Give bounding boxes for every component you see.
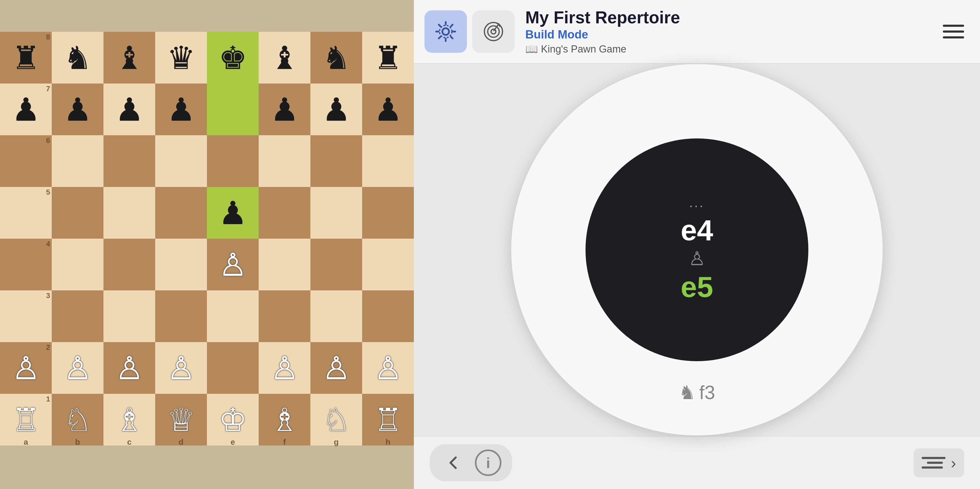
outer-move-f3[interactable]: ♞ f3 (679, 381, 715, 403)
square-b6[interactable] (52, 135, 103, 187)
square-c3[interactable] (103, 291, 155, 342)
piece-black-knight-g8: ♞ (322, 42, 351, 74)
menu-button[interactable] (937, 18, 969, 45)
square-b5[interactable] (52, 187, 103, 239)
square-f2[interactable]: ♙ (259, 342, 310, 394)
square-g2[interactable]: ♙ (310, 342, 362, 394)
square-g4[interactable] (310, 239, 362, 291)
piece-black-pawn-a7: ♟ (12, 94, 40, 125)
piece-black-rook-h8: ♜ (374, 42, 402, 74)
square-f5[interactable] (259, 187, 310, 239)
square-d3[interactable] (155, 291, 207, 342)
square-h6[interactable] (362, 135, 414, 187)
piece-white-pawn-c2: ♙ (115, 352, 144, 384)
square-b8[interactable]: ♞ (52, 32, 103, 84)
square-d6[interactable] (155, 135, 207, 187)
square-c8[interactable]: ♝ (103, 32, 155, 84)
square-h5[interactable] (362, 187, 414, 239)
expand-button[interactable]: › (914, 448, 964, 477)
square-a2[interactable]: 2 ♙ (0, 342, 52, 394)
response-move-label: e5 (681, 272, 713, 302)
square-g8[interactable]: ♞ (310, 32, 362, 84)
expand-line-1 (922, 457, 945, 459)
square-e2[interactable] (207, 342, 259, 394)
donut-outer-ring[interactable]: ··· e4 ♙ e5 ♞ f3 (511, 64, 883, 435)
piece-white-rook-a1: ♖ (12, 404, 40, 436)
square-h3[interactable] (362, 291, 414, 342)
square-e4[interactable]: ♙ (207, 239, 259, 291)
square-h2[interactable]: ♙ (362, 342, 414, 394)
square-d5[interactable] (155, 187, 207, 239)
square-d4[interactable] (155, 239, 207, 291)
square-h8[interactable]: ♜ (362, 32, 414, 84)
square-c7[interactable]: ♟ (103, 84, 155, 135)
square-f3[interactable] (259, 291, 310, 342)
square-c6[interactable] (103, 135, 155, 187)
info-icon: i (486, 454, 490, 472)
piece-white-pawn-b2: ♙ (64, 352, 92, 384)
square-a6[interactable]: 6 (0, 135, 52, 187)
info-button[interactable]: i (475, 449, 501, 476)
square-g6[interactable] (310, 135, 362, 187)
svg-point-3 (488, 26, 499, 37)
move-dots: ··· (689, 198, 705, 213)
square-h4[interactable] (362, 239, 414, 291)
square-g5[interactable] (310, 187, 362, 239)
square-b4[interactable] (52, 239, 103, 291)
piece-black-knight-b8: ♞ (64, 42, 92, 74)
piece-black-pawn-d7: ♟ (167, 94, 196, 125)
square-f7[interactable]: ♟ (259, 84, 310, 135)
footer: i › (414, 436, 980, 489)
square-e3[interactable] (207, 291, 259, 342)
square-f6[interactable] (259, 135, 310, 187)
svg-point-0 (442, 28, 449, 35)
square-f8[interactable]: ♝ (259, 32, 310, 84)
square-e7[interactable] (207, 84, 259, 135)
chess-board[interactable]: 8 ♜ ♞ ♝ ♛ ♚ ♝ ♞ ♜ 7 (0, 32, 414, 446)
square-b2[interactable]: ♙ (52, 342, 103, 394)
piece-white-bishop-c1: ♗ (115, 404, 144, 436)
square-c4[interactable] (103, 239, 155, 291)
square-d2[interactable]: ♙ (155, 342, 207, 394)
square-b3[interactable] (52, 291, 103, 342)
nav-back-info-group: i (430, 444, 512, 481)
square-a3[interactable]: 3 (0, 291, 52, 342)
square-e6[interactable] (207, 135, 259, 187)
piece-black-bishop-c8: ♝ (115, 42, 144, 74)
back-button[interactable] (441, 449, 467, 476)
square-e5[interactable]: ♟ (207, 187, 259, 239)
expand-line-3 (922, 467, 943, 468)
main-content: ··· e4 ♙ e5 ♞ f3 (414, 64, 980, 436)
file-d: d (155, 438, 207, 448)
square-c5[interactable] (103, 187, 155, 239)
opening-name: 📖 King's Pawn Game (525, 43, 937, 55)
knight-icon: ♞ (679, 381, 696, 403)
file-g: g (310, 438, 362, 448)
square-g3[interactable] (310, 291, 362, 342)
square-e8[interactable]: ♚ (207, 32, 259, 84)
piece-white-pawn-g2: ♙ (322, 352, 351, 384)
donut-inner-circle[interactable]: ··· e4 ♙ e5 (585, 138, 808, 361)
square-b7[interactable]: ♟ (52, 84, 103, 135)
square-f4[interactable] (259, 239, 310, 291)
center-move-label: e4 (681, 216, 713, 245)
square-h7[interactable]: ♟ (362, 84, 414, 135)
square-d7[interactable]: ♟ (155, 84, 207, 135)
file-labels: a b c d e f g h (0, 438, 414, 448)
gear-icon-button[interactable] (425, 10, 467, 53)
right-panel: My First Repertoire Build Mode 📖 King's … (414, 0, 980, 489)
square-a8[interactable]: 8 ♜ (0, 32, 52, 84)
book-icon: 📖 (525, 43, 538, 55)
piece-black-pawn-h7: ♟ (374, 94, 402, 125)
square-a4[interactable]: 4 (0, 239, 52, 291)
piece-white-pawn-h2: ♙ (374, 352, 402, 384)
square-c2[interactable]: ♙ (103, 342, 155, 394)
square-a5[interactable]: 5 (0, 187, 52, 239)
file-f: f (259, 438, 310, 448)
pawn-icon: ♙ (689, 248, 706, 270)
expand-arrow-icon: › (951, 454, 956, 472)
square-d8[interactable]: ♛ (155, 32, 207, 84)
square-a7[interactable]: 7 ♟ (0, 84, 52, 135)
target-icon-button[interactable] (472, 10, 515, 53)
square-g7[interactable]: ♟ (310, 84, 362, 135)
